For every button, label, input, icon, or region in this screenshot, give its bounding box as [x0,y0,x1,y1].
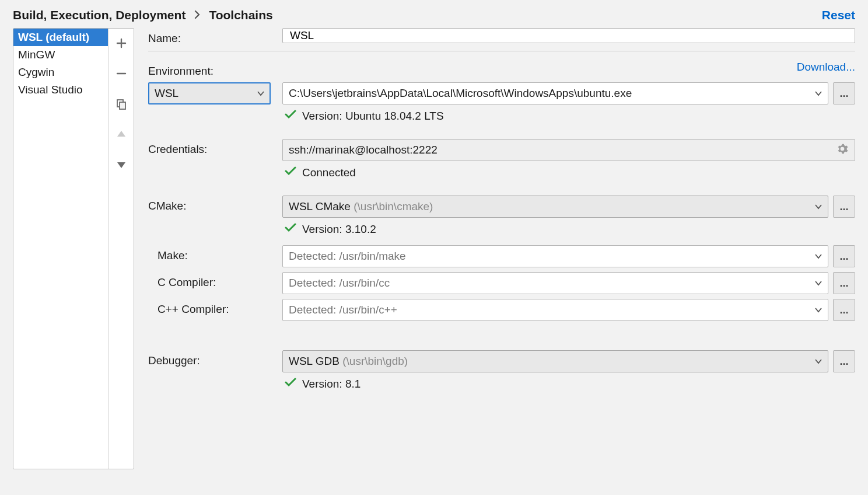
minus-icon [116,68,127,81]
credentials-label: Credentials: [148,139,282,156]
name-input-wrap [282,28,855,43]
chevron-down-icon [257,89,264,98]
ellipsis-icon: ... [839,277,848,290]
toolchain-list-tools [108,29,134,469]
c-compiler-browse-button[interactable]: ... [833,272,855,294]
download-link[interactable]: Download... [797,61,855,74]
ellipsis-icon: ... [839,355,848,368]
arrow-down-icon [116,159,127,172]
ellipsis-icon: ... [839,201,848,213]
cmake-status: Version: 3.10.2 [282,218,855,240]
debugger-label: Debugger: [148,350,282,367]
cmake-label: CMake: [148,196,282,212]
toolchains-settings-pane: Build, Execution, Deployment Toolchains … [0,0,868,495]
chevron-right-icon [194,9,201,22]
chevron-down-icon [815,89,822,98]
add-toolchain-button[interactable] [108,29,134,59]
reset-link[interactable]: Reset [822,8,855,22]
toolchain-list-panel: WSL (default) MinGW Cygwin Visual Studio [13,28,134,469]
ellipsis-icon: ... [839,304,848,316]
credentials-field[interactable]: ssh://marinak@localhost:2222 [282,139,855,161]
check-icon [285,166,296,179]
svg-rect-1 [120,102,125,109]
toolchain-item-wsl[interactable]: WSL (default) [13,29,108,46]
divider [148,51,855,51]
cmake-browse-button[interactable]: ... [833,196,855,218]
environment-label: Environment: [148,61,282,78]
cpp-compiler-combo[interactable] [282,299,828,321]
make-label: Make: [148,245,282,262]
check-icon [285,109,296,123]
copy-toolchain-button[interactable] [108,89,134,120]
chevron-down-icon [815,357,822,366]
gear-icon [836,143,848,158]
debugger-status: Version: 8.1 [282,372,855,395]
cpp-compiler-input[interactable] [283,299,811,320]
chevron-down-icon [815,305,828,315]
chevron-down-icon [815,252,828,261]
c-compiler-combo[interactable] [282,272,828,294]
cpp-compiler-browse-button[interactable]: ... [833,299,855,321]
check-icon [285,377,296,391]
cmake-select[interactable]: WSL CMake (\usr\bin\cmake) [282,196,828,218]
name-label: Name: [148,28,282,45]
name-input[interactable] [289,29,849,43]
breadcrumb-parent[interactable]: Build, Execution, Deployment [13,8,186,22]
check-icon [285,222,296,236]
toolchain-list[interactable]: WSL (default) MinGW Cygwin Visual Studio [13,29,108,469]
remove-toolchain-button[interactable] [108,59,134,89]
environment-path-combo[interactable]: C:\Users\jetbrains\AppData\Local\Microso… [282,82,828,104]
toolchain-item-visualstudio[interactable]: Visual Studio [13,81,108,99]
cpp-compiler-label: C++ Compiler: [148,299,282,316]
c-compiler-input[interactable] [283,273,811,294]
make-browse-button[interactable]: ... [833,245,855,267]
toolchain-item-cygwin[interactable]: Cygwin [13,64,108,81]
breadcrumb-row: Build, Execution, Deployment Toolchains … [0,0,868,28]
ellipsis-icon: ... [839,250,848,263]
chevron-down-icon [815,202,822,211]
environment-status: Version: Ubuntu 18.04.2 LTS [282,104,855,127]
environment-path-browse-button[interactable]: ... [833,82,855,104]
move-down-button[interactable] [108,150,134,180]
breadcrumb-current: Toolchains [209,8,272,22]
debugger-browse-button[interactable]: ... [833,350,855,372]
c-compiler-label: C Compiler: [148,272,282,289]
debugger-select[interactable]: WSL GDB (\usr\bin\gdb) [282,350,828,372]
copy-icon [116,98,127,111]
plus-icon [116,37,127,51]
move-up-button [108,120,134,150]
ellipsis-icon: ... [839,88,848,100]
credentials-status: Connected [282,161,855,184]
credentials-settings-button[interactable] [835,142,850,158]
make-input[interactable] [283,246,811,267]
toolchain-item-mingw[interactable]: MinGW [13,46,108,64]
make-combo[interactable] [282,245,828,267]
environment-type-select[interactable]: WSL [148,82,271,104]
toolchain-form: Name: Environment: Download... [134,28,855,469]
chevron-down-icon [815,278,828,288]
arrow-up-icon [116,128,127,142]
